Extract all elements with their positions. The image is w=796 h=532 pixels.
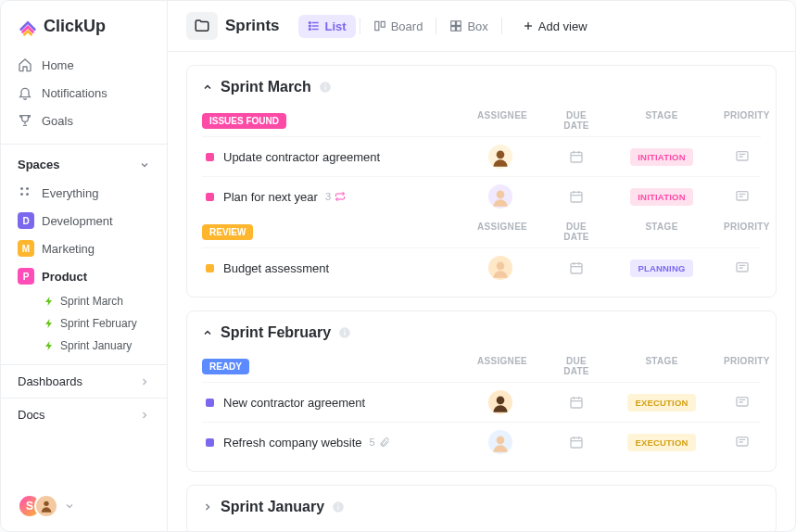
svg-point-8 xyxy=(309,22,310,24)
user-switcher[interactable]: S xyxy=(1,481,167,531)
assignee-cell[interactable] xyxy=(477,145,524,169)
view-label: Board xyxy=(391,19,423,33)
stage-cell[interactable]: PLANNING xyxy=(629,260,694,277)
chevron-right-icon xyxy=(139,410,150,421)
view-label: List xyxy=(325,19,347,33)
sprint-title: Sprint February xyxy=(221,324,331,341)
view-board[interactable]: Board xyxy=(364,15,433,38)
user-avatar xyxy=(34,494,58,518)
logo[interactable]: ClickUp xyxy=(1,1,167,47)
view-box[interactable]: Box xyxy=(440,15,497,38)
svg-point-10 xyxy=(309,29,310,31)
folder-button[interactable] xyxy=(186,12,218,40)
folder-sprint-january[interactable]: Sprint January xyxy=(27,335,167,357)
add-view-button[interactable]: Add view xyxy=(513,15,597,38)
sprint-title: Sprint January xyxy=(221,499,324,515)
sprint-icon xyxy=(44,318,55,329)
priority-cell[interactable] xyxy=(724,260,761,275)
stage-badge: PLANNING xyxy=(630,260,692,277)
task-row[interactable]: Update contractor agreementINITIATION xyxy=(202,136,761,176)
task-row[interactable]: Refresh company website5 EXECUTION xyxy=(202,422,761,462)
trophy-icon xyxy=(18,113,32,128)
task-row[interactable]: Budget assessmentPLANNING xyxy=(202,247,761,287)
col-assignee: ASSIGNEE xyxy=(477,356,524,376)
svg-point-23 xyxy=(497,151,505,159)
space-development[interactable]: D Development xyxy=(1,207,167,234)
folder-sprint-february[interactable]: Sprint February xyxy=(27,312,167,335)
folder-icon xyxy=(194,18,210,34)
svg-rect-61 xyxy=(337,506,338,510)
priority-cell[interactable] xyxy=(724,149,761,164)
svg-rect-44 xyxy=(345,332,346,336)
view-list[interactable]: List xyxy=(298,15,356,38)
task-row[interactable]: Plan for next year3 INITIATION xyxy=(202,176,761,216)
group-tag[interactable]: REVIEW xyxy=(202,224,253,240)
space-product[interactable]: P Product xyxy=(1,262,167,290)
stage-cell[interactable]: INITIATION xyxy=(629,148,694,166)
space-marketing[interactable]: M Marketing xyxy=(1,234,167,262)
due-date-cell[interactable] xyxy=(553,149,600,164)
nav-dashboards[interactable]: Dashboards xyxy=(1,364,167,398)
avatar xyxy=(488,184,512,209)
sprint-title: Sprint March xyxy=(221,79,311,95)
stage-cell[interactable]: EXECUTION xyxy=(629,434,694,451)
nav-label: Notifications xyxy=(42,86,107,100)
info-icon[interactable] xyxy=(338,326,351,339)
group-header: ISSUES FOUNDASSIGNEEDUE DATESTAGEPRIORIT… xyxy=(202,105,761,136)
col-stage: STAGE xyxy=(629,110,694,131)
assignee-cell[interactable] xyxy=(477,256,524,280)
grid-icon xyxy=(18,184,34,201)
nav-notifications[interactable]: Notifications xyxy=(1,79,167,107)
sprint-toggle[interactable]: Sprint February xyxy=(202,324,761,341)
space-label: Marketing xyxy=(42,242,95,256)
chevron-down-icon xyxy=(139,159,150,171)
col-stage: STAGE xyxy=(629,356,694,376)
group-tag[interactable]: ISSUES FOUND xyxy=(202,113,286,129)
space-badge: D xyxy=(18,212,34,229)
assignee-cell[interactable] xyxy=(477,390,524,414)
svg-point-2 xyxy=(20,193,23,196)
due-date-cell[interactable] xyxy=(553,395,600,410)
folder-sprint-march[interactable]: Sprint March xyxy=(27,290,167,312)
sprint-toggle[interactable]: Sprint January xyxy=(202,499,761,515)
assignee-cell[interactable] xyxy=(477,430,524,454)
task-row[interactable]: New contractor agreementEXECUTION xyxy=(202,382,761,422)
sprint-icon xyxy=(44,296,55,307)
avatar xyxy=(488,430,512,454)
svg-rect-24 xyxy=(571,152,582,162)
stage-cell[interactable]: INITIATION xyxy=(629,188,694,206)
svg-rect-42 xyxy=(737,263,748,272)
brand-name: ClickUp xyxy=(44,17,106,36)
logo-icon xyxy=(18,16,38,36)
task-name: Refresh company website xyxy=(223,436,362,450)
add-view-label: Add view xyxy=(538,19,588,33)
stage-cell[interactable]: EXECUTION xyxy=(629,394,694,412)
info-icon[interactable] xyxy=(319,81,332,94)
task-meta: 5 xyxy=(370,437,390,448)
box-icon xyxy=(449,19,462,32)
nav-docs[interactable]: Docs xyxy=(1,398,167,431)
chevron-down-icon xyxy=(64,500,75,512)
priority-cell[interactable] xyxy=(724,395,761,410)
svg-rect-38 xyxy=(571,263,582,273)
svg-rect-59 xyxy=(737,437,748,446)
spaces-label: Spaces xyxy=(18,158,60,171)
nav-home[interactable]: Home xyxy=(1,51,167,79)
space-badge: M xyxy=(18,240,34,257)
nav-goals[interactable]: Goals xyxy=(1,107,167,134)
due-date-cell[interactable] xyxy=(553,260,600,275)
col-assignee: ASSIGNEE xyxy=(477,110,524,131)
space-label: Development xyxy=(42,214,113,228)
col-priority: PRIORITY xyxy=(724,222,761,242)
priority-cell[interactable] xyxy=(724,189,761,204)
svg-point-30 xyxy=(497,191,505,199)
sprint-toggle[interactable]: Sprint March xyxy=(202,79,761,95)
due-date-cell[interactable] xyxy=(553,189,600,204)
assignee-cell[interactable] xyxy=(477,184,524,209)
spaces-header[interactable]: Spaces xyxy=(1,154,167,179)
group-tag[interactable]: READY xyxy=(202,359,249,374)
due-date-cell[interactable] xyxy=(553,435,600,450)
info-icon[interactable] xyxy=(332,500,345,513)
space-everything[interactable]: Everything xyxy=(1,179,167,207)
priority-cell[interactable] xyxy=(724,435,761,450)
